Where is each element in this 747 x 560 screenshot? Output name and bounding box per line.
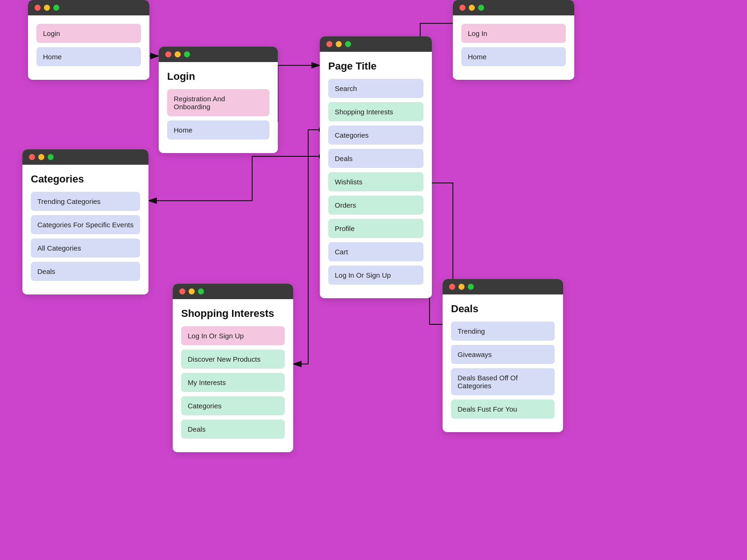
dot-red <box>165 51 171 57</box>
categories-btn[interactable]: Categories <box>328 126 423 145</box>
login-topleft-window: Login Home <box>28 0 149 80</box>
dot-green <box>478 5 484 11</box>
orders-btn[interactable]: Orders <box>328 196 423 215</box>
page-title-window: Page Title Search Shopping Interests Cat… <box>320 36 432 298</box>
window-title: Categories <box>31 173 140 185</box>
login-topright-window: Log In Home <box>453 0 574 80</box>
dot-green <box>53 5 59 11</box>
all-categories-btn[interactable]: All Categories <box>31 238 140 258</box>
titlebar <box>443 279 563 294</box>
dot-yellow <box>458 284 465 290</box>
home-btn[interactable]: Home <box>461 47 566 66</box>
wishlists-btn[interactable]: Wishlists <box>328 172 423 191</box>
dot-red <box>35 5 41 11</box>
titlebar <box>320 36 432 52</box>
categories-si-btn[interactable]: Categories <box>181 396 285 415</box>
dot-yellow <box>469 5 475 11</box>
login-signup-btn[interactable]: Log In Or Sign Up <box>328 266 423 285</box>
window-title: Page Title <box>328 60 423 72</box>
registration-btn[interactable]: Registration And Onboarding <box>167 89 269 116</box>
dot-green <box>184 51 190 57</box>
shopping-interests-btn[interactable]: Shopping Interests <box>328 102 423 121</box>
home-btn[interactable]: Home <box>167 120 269 140</box>
deals-categories-btn[interactable]: Deals Based Off Of Categories <box>451 368 555 395</box>
login-window: Login Registration And Onboarding Home <box>159 47 278 153</box>
titlebar <box>22 149 148 165</box>
deals-btn[interactable]: Deals <box>328 149 423 168</box>
login-signup-si-btn[interactable]: Log In Or Sign Up <box>181 326 285 345</box>
search-btn[interactable]: Search <box>328 79 423 98</box>
dot-yellow <box>175 51 181 57</box>
titlebar <box>159 47 278 62</box>
home-btn[interactable]: Home <box>36 47 141 66</box>
trending-categories-btn[interactable]: Trending Categories <box>31 192 140 211</box>
dot-yellow <box>38 154 44 160</box>
login-btn[interactable]: Log In <box>461 24 566 43</box>
titlebar <box>28 0 149 15</box>
window-title: Login <box>167 70 269 83</box>
dot-green <box>48 154 54 160</box>
window-title: Shopping Interests <box>181 308 285 320</box>
dot-red <box>29 154 35 160</box>
dot-red <box>179 288 185 294</box>
dot-red <box>459 5 465 11</box>
categories-window: Categories Trending Categories Categorie… <box>22 149 148 294</box>
my-interests-btn[interactable]: My Interests <box>181 373 285 392</box>
titlebar <box>453 0 574 15</box>
deals-for-you-btn[interactable]: Deals Fust For You <box>451 399 555 419</box>
dot-red <box>449 284 455 290</box>
dot-yellow <box>189 288 195 294</box>
dot-yellow <box>44 5 50 11</box>
dot-green <box>345 41 351 47</box>
dot-green <box>468 284 474 290</box>
profile-btn[interactable]: Profile <box>328 219 423 238</box>
categories-events-btn[interactable]: Categories For Specific Events <box>31 215 140 234</box>
dot-red <box>326 41 332 47</box>
shopping-interests-window: Shopping Interests Log In Or Sign Up Dis… <box>173 284 293 452</box>
discover-btn[interactable]: Discover New Products <box>181 350 285 369</box>
dot-green <box>198 288 204 294</box>
login-btn[interactable]: Login <box>36 24 141 43</box>
cart-btn[interactable]: Cart <box>328 242 423 261</box>
titlebar <box>173 284 293 299</box>
trending-deals-btn[interactable]: Trending <box>451 322 555 341</box>
window-title: Deals <box>451 303 555 315</box>
giveaways-btn[interactable]: Giveaways <box>451 345 555 364</box>
deals-cat-btn[interactable]: Deals <box>31 262 140 281</box>
deals-si-btn[interactable]: Deals <box>181 420 285 439</box>
deals-window: Deals Trending Giveaways Deals Based Off… <box>443 279 563 432</box>
dot-yellow <box>336 41 342 47</box>
